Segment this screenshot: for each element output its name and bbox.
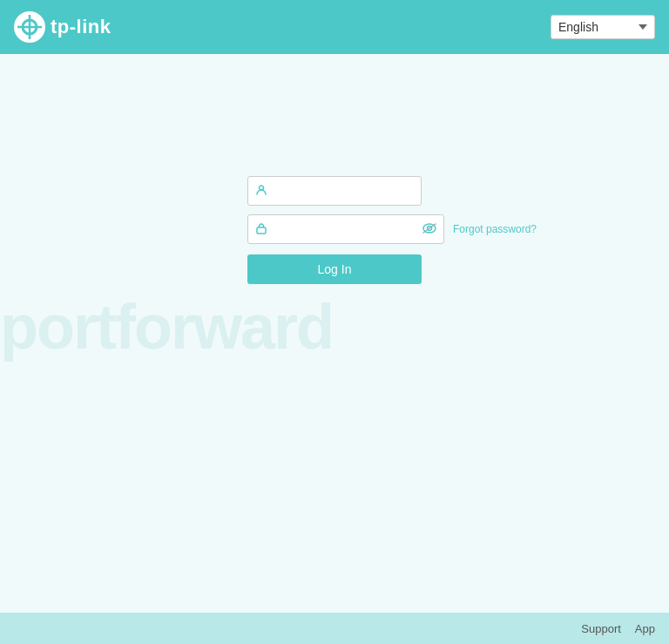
footer: Support App: [0, 613, 669, 644]
brand-name: tp-link: [51, 16, 112, 38]
header: tp-link English Chinese German French Sp…: [0, 0, 669, 54]
toggle-password-icon[interactable]: [422, 222, 436, 236]
password-input[interactable]: [273, 223, 419, 236]
password-row: Forgot password?: [247, 214, 422, 244]
user-icon: [255, 184, 267, 199]
language-selector[interactable]: English Chinese German French Spanish: [551, 15, 655, 39]
username-field-wrapper: [247, 176, 422, 206]
username-input[interactable]: [273, 185, 419, 198]
watermark-text: portforward: [0, 290, 333, 362]
forgot-password-link[interactable]: Forgot password?: [453, 223, 537, 235]
main-content: portforward: [0, 54, 669, 613]
password-icon: [255, 222, 267, 237]
support-link[interactable]: Support: [581, 622, 621, 635]
login-button[interactable]: Log In: [247, 254, 422, 284]
app-link[interactable]: App: [635, 622, 655, 635]
login-form: Forgot password? Log In: [247, 176, 422, 284]
svg-rect-5: [257, 227, 266, 234]
tplink-logo-icon: [14, 11, 45, 43]
logo-area: tp-link: [14, 11, 112, 43]
password-field-wrapper: [247, 214, 444, 244]
